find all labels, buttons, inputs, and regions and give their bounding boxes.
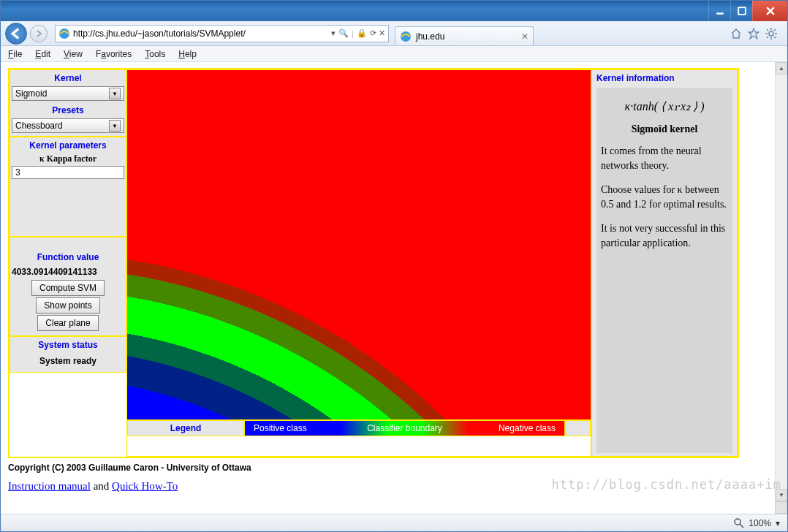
browser-tab[interactable]: jhu.edu ✕: [395, 26, 534, 45]
svg-line-14: [767, 37, 768, 38]
status-heading: System status: [12, 340, 124, 350]
lock-icon: 🔒: [357, 28, 367, 38]
tab-title: jhu.edu: [416, 31, 444, 42]
back-button[interactable]: [5, 23, 27, 45]
zoom-level[interactable]: 100%: [749, 518, 771, 528]
forward-button[interactable]: [30, 25, 48, 42]
page-content: Kernel Sigmoid ▼ Presets Chessboard ▼ Ke…: [1, 62, 787, 514]
url-input[interactable]: [73, 28, 328, 39]
legend-boundary: Classifier boundary: [367, 423, 442, 433]
classifier-visualization[interactable]: [127, 70, 591, 419]
svg-line-16: [740, 524, 743, 528]
legend-negative: Negative class: [499, 423, 556, 433]
chevron-down-icon: ▼: [109, 120, 121, 132]
legend-gradient: Positive class Classifier boundary Negat…: [244, 420, 565, 436]
address-bar-actions: ▾ 🔍 | 🔒 ⟳ ✕: [331, 28, 385, 38]
menu-favorites[interactable]: Favorites: [96, 49, 132, 59]
legend-pad: [565, 420, 591, 436]
menu-help[interactable]: Help: [178, 49, 197, 59]
menu-view[interactable]: View: [64, 49, 83, 59]
scroll-up-icon[interactable]: ▲: [776, 62, 787, 75]
menu-bar: File Edit View Favorites Tools Help: [1, 46, 787, 62]
refresh-icon[interactable]: ⟳ ✕: [370, 28, 385, 38]
address-bar[interactable]: ▾ 🔍 | 🔒 ⟳ ✕: [55, 25, 389, 42]
kernel-select-value: Sigmoid: [15, 88, 47, 99]
menu-file[interactable]: File: [8, 49, 22, 59]
function-value-panel: Function value 4033.0914409141133 Comput…: [10, 237, 126, 336]
copyright-text: Copyright (C) 2003 Guillaume Caron - Uni…: [8, 463, 780, 473]
params-heading: Kernel parameters: [12, 140, 124, 151]
kernel-info-panel: Kernel information κ·tanh( ⟨ x₁·x₂ ⟩ ) S…: [591, 69, 738, 457]
scroll-down-icon[interactable]: ▼: [776, 489, 787, 501]
system-status-panel: System status System ready: [10, 336, 126, 373]
kernel-params-panel: Kernel parameters κ Kappa factor: [10, 137, 126, 237]
minimize-button[interactable]: [708, 1, 730, 21]
presets-select[interactable]: Chessboard ▼: [12, 118, 124, 133]
legend-positive: Positive class: [254, 423, 307, 433]
svg-point-6: [769, 31, 773, 36]
kernel-formula: κ·tanh( ⟨ x₁·x₂ ⟩ ): [601, 99, 728, 113]
svg-line-12: [774, 37, 776, 38]
ie-icon: [58, 28, 70, 39]
info-heading: Kernel information: [596, 73, 732, 83]
svg-line-13: [774, 29, 776, 31]
kernel-select[interactable]: Sigmoid ▼: [12, 86, 124, 101]
info-p1: It comes from the neural networks theory…: [601, 144, 728, 172]
zoom-icon[interactable]: [734, 518, 744, 528]
maximize-button[interactable]: [730, 1, 752, 21]
svg-point-15: [735, 519, 740, 525]
zoom-dropdown-icon[interactable]: ▾: [776, 518, 780, 528]
gear-icon[interactable]: [765, 28, 777, 39]
resize-grip[interactable]: [775, 501, 787, 514]
tab-close-icon[interactable]: ✕: [521, 31, 529, 42]
status-text: System ready: [12, 353, 124, 369]
kappa-input[interactable]: [12, 166, 124, 179]
svm-applet: Kernel Sigmoid ▼ Presets Chessboard ▼ Ke…: [8, 68, 739, 458]
fn-value: 4033.0914409141133: [12, 265, 124, 278]
browser-nav-row: ▾ 🔍 | 🔒 ⟳ ✕ jhu.edu ✕: [1, 21, 787, 46]
search-icon[interactable]: 🔍: [338, 28, 349, 38]
info-p3: It is not very successful in this partic…: [601, 221, 728, 250]
quick-howto-link[interactable]: Quick How-To: [112, 480, 178, 492]
menu-edit[interactable]: Edit: [35, 49, 50, 59]
close-button[interactable]: [752, 1, 787, 21]
kernel-title: Sigmoïd kernel: [601, 123, 728, 135]
presets-select-value: Chessboard: [15, 121, 63, 131]
kappa-label: κ Kappa factor: [12, 153, 124, 164]
kernel-heading: Kernel: [12, 73, 124, 83]
chevron-down-icon: ▼: [109, 88, 121, 99]
legend-heading: Legend: [127, 420, 244, 436]
fn-heading: Function value: [12, 252, 124, 262]
info-p2: Choose values for κ between 0.5 and 1.2 …: [601, 183, 728, 211]
svg-line-11: [767, 29, 768, 31]
favorites-icon[interactable]: [748, 28, 759, 39]
home-icon[interactable]: [730, 28, 742, 39]
show-points-button[interactable]: Show points: [36, 297, 99, 314]
instruction-manual-link[interactable]: Instruction manual: [8, 480, 91, 492]
ie-icon: [400, 31, 412, 42]
kernel-panel: Kernel Sigmoid ▼ Presets Chessboard ▼: [10, 69, 126, 137]
menu-tools[interactable]: Tools: [145, 49, 165, 59]
clear-plane-button[interactable]: Clear plane: [37, 315, 98, 331]
vertical-scrollbar[interactable]: ▲ ▼: [775, 62, 787, 514]
status-bar: 100% ▾: [1, 514, 787, 531]
compute-svm-button[interactable]: Compute SVM: [31, 280, 105, 296]
footer-links: Instruction manual and Quick How-To: [8, 480, 780, 493]
presets-heading: Presets: [12, 105, 124, 115]
dropdown-icon[interactable]: ▾: [331, 28, 336, 38]
window-titlebar: [1, 1, 787, 21]
svg-rect-1: [738, 7, 746, 15]
